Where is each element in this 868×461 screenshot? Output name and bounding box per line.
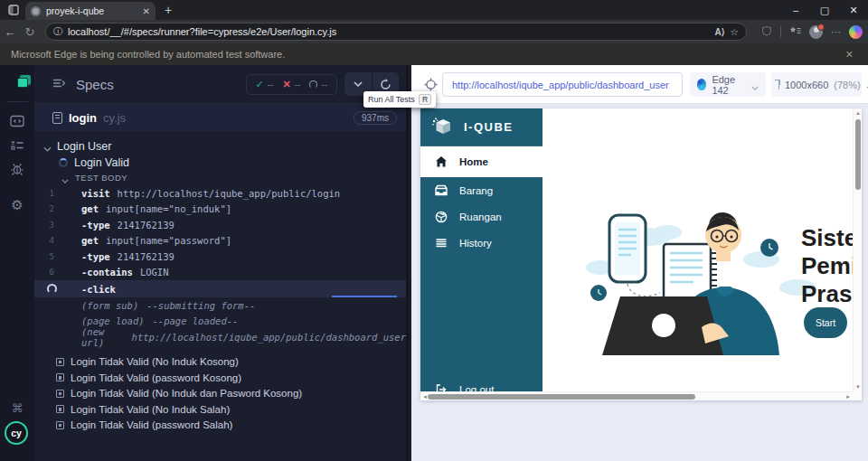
divider: [6, 101, 28, 102]
command-row[interactable]: 6-containsLOGIN: [34, 265, 406, 281]
aut-panel: Edge 142 1000x660 (78%) I-QUBE: [411, 65, 868, 461]
pending-box-icon: [56, 358, 64, 366]
settings-gear-icon[interactable]: ⚙: [0, 197, 34, 213]
browser-essentials-icon[interactable]: [761, 25, 772, 38]
favorite-star-icon[interactable]: ☆: [731, 26, 739, 37]
cypress-reporter: Specs ✓-- ✕-- -- Run All Tests R log: [34, 65, 409, 461]
pending-test-row[interactable]: Login Tidak Valid (password Salah): [34, 418, 406, 434]
code-window-icon[interactable]: [0, 115, 34, 131]
pending-test-row[interactable]: Login Tidak Valid (No Induk Kosong): [34, 354, 406, 371]
sidebar-item-home[interactable]: Home: [420, 146, 542, 177]
browser-window: proyek-i-qube ✕ + – ▢ ✕ ← ↻ ⓘ localhost/…: [0, 0, 868, 461]
run-all-tests-tooltip: Run All Tests R: [363, 91, 436, 108]
tab-actions-icon[interactable]: [7, 4, 20, 16]
preview-vertical-scrollbar[interactable]: ▲ ▼: [853, 108, 862, 391]
pending-test-row[interactable]: Login Tidak Valid (No Induk Salah): [34, 401, 406, 418]
address-bar[interactable]: ⓘ localhost/__/#/specs/runner?file=cypre…: [45, 23, 747, 41]
selector-playground-icon[interactable]: [424, 78, 438, 91]
pending-tests: Login Tidak Valid (No Induk Kosong) Logi…: [34, 354, 406, 434]
command-progress-bar: [332, 296, 397, 297]
active-command-row[interactable]: -click: [34, 280, 406, 297]
tab-title: proyek-i-qube: [46, 5, 137, 16]
app-under-test: I-QUBE Home Barang Ruangan History: [420, 108, 862, 400]
passed-stat: ✓--: [256, 79, 274, 90]
tooltip-label: Run All Tests: [368, 95, 415, 104]
start-button[interactable]: Start: [804, 307, 847, 338]
cypress-logo[interactable]: cy: [5, 421, 28, 445]
command-row[interactable]: 1visithttp://localhost/iqube_app/public/…: [34, 185, 406, 202]
suite-row[interactable]: Login User: [34, 138, 406, 155]
site-info-icon[interactable]: ⓘ: [53, 25, 62, 38]
sidebar-item-ruangan[interactable]: Ruangan: [420, 203, 542, 230]
minimize-button[interactable]: –: [781, 0, 810, 20]
specs-menu-icon[interactable]: [52, 76, 67, 92]
command-row[interactable]: 5-type2141762139: [34, 249, 406, 265]
cypress-favicon: [31, 6, 41, 16]
spec-file-row[interactable]: login cy.js 937ms: [34, 104, 406, 131]
automation-banner-text: Microsoft Edge is being controlled by au…: [11, 49, 845, 60]
browser-select-label: Edge 142: [712, 74, 746, 96]
read-aloud-icon[interactable]: A⟩: [714, 27, 724, 37]
scroll-down-icon[interactable]: ▼: [854, 384, 862, 390]
preview-url-input[interactable]: [442, 72, 683, 97]
browser-tab[interactable]: proyek-i-qube ✕: [25, 2, 156, 20]
command-spinner-icon: [47, 284, 57, 294]
profile-avatar[interactable]: [809, 25, 823, 39]
failed-stat: ✕--: [282, 79, 300, 90]
app-logo: I-QUBE: [420, 108, 542, 146]
app-sidebar: I-QUBE Home Barang Ruangan History: [420, 108, 542, 400]
refresh-icon[interactable]: ↻: [20, 25, 40, 39]
tooltip-key: R: [419, 94, 431, 105]
chevron-down-icon: [43, 142, 52, 151]
pending-count: --: [321, 80, 327, 89]
sidebar-item-barang[interactable]: Barang: [420, 177, 542, 203]
more-menu-icon[interactable]: ⋯: [831, 26, 841, 38]
event-row: (new url)http://localhost/iqube_app/publ…: [34, 329, 406, 345]
spec-ext: cy.js: [103, 111, 347, 125]
viewport-select[interactable]: 1000x660 (78%): [771, 72, 862, 97]
preview-horizontal-scrollbar[interactable]: ◄ ►: [420, 391, 853, 400]
command-row[interactable]: 4getinput[name="password"]: [34, 233, 406, 249]
pending-test-row[interactable]: Login Tidak Valid (password Kosong): [34, 370, 406, 386]
new-tab-button[interactable]: +: [165, 3, 172, 17]
browser-titlebar: proyek-i-qube ✕ + – ▢ ✕: [0, 0, 868, 20]
home-icon: [435, 155, 448, 168]
viewport-size: 1000x660: [785, 80, 828, 90]
inbox-icon: [435, 184, 448, 197]
aut-toolbar: Edge 142 1000x660 (78%): [411, 65, 868, 104]
scroll-up-icon[interactable]: ▲: [854, 110, 862, 116]
passed-count: --: [268, 80, 274, 89]
horizontal-scroll-thumb[interactable]: [428, 394, 695, 400]
reporter-title: Specs: [76, 77, 246, 92]
reporter-header: Specs ✓-- ✕-- -- Run All Tests R: [34, 65, 406, 104]
keyboard-shortcuts-icon[interactable]: ⌘: [0, 401, 34, 415]
pending-circle-icon: [309, 80, 317, 89]
running-test-row[interactable]: Login Valid: [34, 155, 406, 170]
scroll-right-icon[interactable]: ►: [844, 394, 853, 400]
window-controls: – ▢ ✕: [781, 0, 868, 20]
command-row[interactable]: 3-type2141762139: [34, 217, 406, 233]
command-row[interactable]: 2getinput[name="no_induk"]: [34, 202, 406, 218]
hero-illustration: [584, 210, 821, 355]
suite-title: Login User: [57, 140, 111, 153]
close-button[interactable]: ✕: [839, 0, 868, 20]
test-tree: Login User Login Valid TEST BODY 1visith…: [34, 131, 406, 433]
tab-close-icon[interactable]: ✕: [143, 6, 150, 16]
debug-bug-icon[interactable]: [0, 162, 34, 179]
test-body-row[interactable]: TEST BODY: [34, 170, 406, 185]
pending-stat: --: [309, 80, 327, 89]
browser-select[interactable]: Edge 142: [690, 72, 766, 97]
test-title: Login Valid: [74, 156, 129, 169]
vertical-scroll-thumb[interactable]: [855, 119, 861, 190]
back-icon[interactable]: ←: [0, 25, 20, 39]
favorites-bar-icon[interactable]: [789, 25, 801, 38]
command-log: 1visithttp://localhost/iqube_app/public/…: [34, 185, 406, 345]
sidebar-item-history[interactable]: History: [420, 230, 542, 256]
failed-count: --: [295, 80, 301, 89]
event-row: (form sub)--submitting form--: [34, 297, 406, 314]
runs-list-icon[interactable]: [0, 138, 34, 155]
pending-test-row[interactable]: Login Tidak Valid (No Induk dan Pasword …: [34, 386, 406, 402]
banner-close-icon[interactable]: ✕: [845, 49, 857, 61]
copilot-icon[interactable]: [849, 25, 863, 39]
maximize-button[interactable]: ▢: [810, 0, 839, 20]
